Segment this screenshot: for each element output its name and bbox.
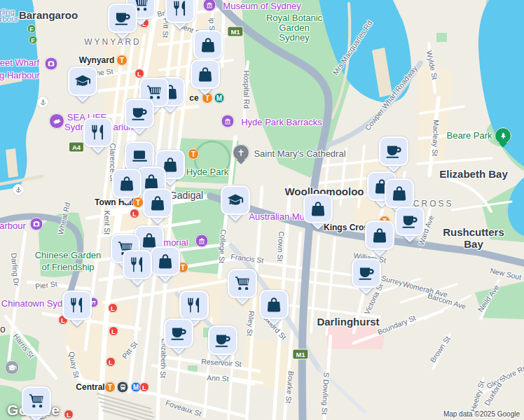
anchor-icon xyxy=(39,99,47,106)
ferry-badge[interactable]: F xyxy=(29,36,38,45)
place-label: Chinese Garden xyxy=(35,250,102,260)
shopping-bag-icon xyxy=(390,184,408,202)
anchor-badge[interactable] xyxy=(37,97,48,108)
poi-pin-shopping-cart[interactable] xyxy=(228,269,257,298)
street-label: College St xyxy=(218,229,228,263)
poi-pin-shopping-bag[interactable] xyxy=(193,30,223,59)
park-pin-icon xyxy=(498,131,509,141)
poi-pin-coffee[interactable] xyxy=(125,99,154,128)
camera-icon xyxy=(47,59,56,69)
train-station-badge[interactable]: T xyxy=(132,197,144,208)
poi-pin-shopping-bag[interactable] xyxy=(112,169,142,198)
poi-pin-restaurant[interactable] xyxy=(83,118,113,147)
light-rail-badge[interactable]: L xyxy=(106,357,116,367)
pin-box xyxy=(221,186,250,215)
poi-pin-shopping-bag[interactable] xyxy=(191,59,220,89)
pin-box xyxy=(208,326,237,355)
laptop-icon xyxy=(130,147,149,165)
light-rail-badge[interactable]: L xyxy=(130,209,139,218)
church-pin-badge[interactable] xyxy=(233,144,249,161)
poi-pin-coffee[interactable] xyxy=(352,258,381,288)
light-rail-badge[interactable]: L xyxy=(135,69,144,78)
pin-box xyxy=(395,206,425,236)
pin-box xyxy=(352,258,381,288)
pin-box xyxy=(365,220,394,250)
poi-pin-shopping-bag[interactable] xyxy=(365,220,394,250)
shopping-cart-icon xyxy=(233,274,251,293)
train-station-badge[interactable]: T xyxy=(116,55,127,66)
pin-box xyxy=(108,4,137,33)
pin-box xyxy=(164,318,193,348)
light-rail-badge[interactable]: L xyxy=(64,410,74,419)
shopping-bag-icon xyxy=(149,194,167,212)
pin-box xyxy=(112,169,142,198)
poi-pin-shopping-bag[interactable] xyxy=(151,246,180,276)
place-label: Beare Park xyxy=(446,130,492,141)
poi-pin-education[interactable] xyxy=(221,186,250,215)
poi-pin-coffee[interactable] xyxy=(395,206,425,236)
light-rail-badge[interactable]: L xyxy=(109,326,118,336)
place-label: Rushcutters xyxy=(443,226,504,238)
aquarium-badge[interactable] xyxy=(49,113,64,129)
poi-pin-shopping-cart[interactable] xyxy=(22,386,51,416)
place-label: eet Wharf xyxy=(0,57,39,68)
shopping-bag-icon xyxy=(265,295,283,314)
place-label: Hyde Park xyxy=(186,167,229,177)
pin-box xyxy=(151,246,180,276)
museum-badge[interactable] xyxy=(195,234,209,248)
poi-pin-restaurant[interactable] xyxy=(62,290,92,320)
camera-badge[interactable] xyxy=(30,218,43,231)
pin-box xyxy=(379,136,408,166)
place-label: g Harbour xyxy=(0,70,40,80)
light-rail-badge[interactable]: L xyxy=(139,382,149,392)
metro-teal-badge[interactable]: M xyxy=(214,93,225,104)
museum-icon xyxy=(198,237,207,246)
street-label: Hospital Rd xyxy=(242,71,251,108)
ferry-badge[interactable]: F xyxy=(27,24,36,34)
train-station-badge[interactable]: T xyxy=(188,148,199,160)
poi-pin-shopping-bag[interactable] xyxy=(259,290,289,319)
poi-pin-restaurant[interactable] xyxy=(179,290,209,320)
museum-badge[interactable] xyxy=(221,115,235,128)
map-attribution: Map data ©2025 Google xyxy=(443,410,520,418)
pin-box xyxy=(303,194,333,223)
education-dimmed-badge[interactable] xyxy=(5,360,20,375)
shopping-cart-icon xyxy=(27,392,46,410)
train-glyph-icon xyxy=(118,383,127,391)
poi-pin-coffee[interactable] xyxy=(379,136,408,166)
place-label: Saint Mary's Cathedral xyxy=(254,148,345,159)
map-canvas[interactable]: Pitt StBriBent Stip StHospital RdMrs Mac… xyxy=(0,0,524,420)
restaurant-icon xyxy=(171,0,189,18)
shopping-bag-icon xyxy=(199,36,217,54)
train-glyph-badge[interactable] xyxy=(117,382,129,393)
pin-box xyxy=(165,0,195,23)
place-label: Garden xyxy=(279,22,309,33)
poi-pin-shopping-bag[interactable] xyxy=(143,188,172,218)
route-shield: M1 xyxy=(227,27,243,37)
poi-pin-shopping-bag[interactable] xyxy=(385,178,414,208)
place-label: Gadigal xyxy=(170,190,203,201)
pin-box xyxy=(228,269,257,298)
place-label: Wynyard xyxy=(79,55,114,65)
poi-pin-coffee[interactable] xyxy=(164,318,193,348)
poi-pin-restaurant[interactable] xyxy=(123,250,152,279)
camera-badge[interactable] xyxy=(45,57,58,71)
light-rail-badge[interactable]: L xyxy=(108,303,118,313)
shopping-bag-icon xyxy=(118,174,136,192)
pin-box xyxy=(193,30,223,59)
place-label: arbour xyxy=(0,220,26,231)
train-station-badge[interactable]: T xyxy=(104,382,116,393)
pin-box xyxy=(68,66,97,96)
poi-pin-education[interactable] xyxy=(68,66,97,96)
poi-pin-coffee[interactable] xyxy=(208,326,237,355)
pin-box xyxy=(143,188,172,218)
pin-box xyxy=(125,99,154,128)
poi-pin-coffee[interactable] xyxy=(108,4,137,33)
anchor-badge[interactable] xyxy=(13,184,24,195)
park-pin-badge[interactable] xyxy=(495,127,511,144)
place-label: Kings Cros xyxy=(324,223,368,232)
coffee-icon xyxy=(170,324,188,342)
restaurant-icon xyxy=(68,296,86,314)
poi-pin-shopping-bag[interactable] xyxy=(303,194,333,223)
poi-pin-restaurant[interactable] xyxy=(165,0,195,23)
